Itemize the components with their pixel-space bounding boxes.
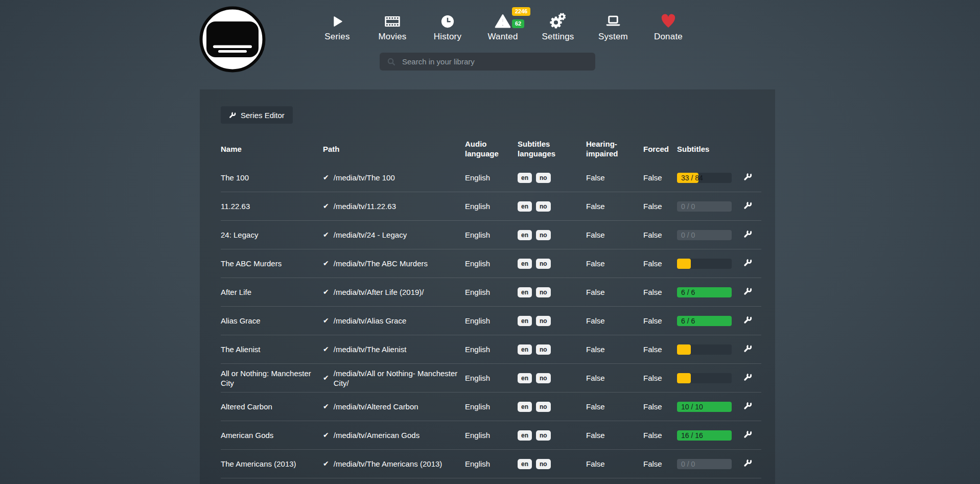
audio-language: English [465, 307, 518, 335]
edit-series-button[interactable] [743, 172, 752, 181]
audio-language: English [465, 450, 518, 478]
wanted-series-badge: 2246 [512, 7, 530, 16]
path-exists-check-icon: ✔ [323, 459, 329, 469]
edit-series-button[interactable] [743, 344, 752, 353]
series-editor-label: Series Editor [241, 111, 285, 120]
language-badge-no: no [536, 173, 551, 183]
language-badge-en: en [518, 173, 532, 183]
table-row: Alias Grace✔/media/tv/Alias GraceEnglish… [221, 307, 761, 335]
path-exists-check-icon: ✔ [323, 344, 329, 354]
path-exists-check-icon: ✔ [323, 259, 329, 268]
language-badge-no: no [536, 230, 551, 240]
col-header-actions [743, 136, 761, 164]
hearing-impaired-value: False [586, 335, 643, 364]
table-row: The ABC Murders✔/media/tv/The ABC Murder… [221, 249, 761, 278]
audio-language: English [465, 221, 518, 249]
series-editor-button[interactable]: Series Editor [221, 106, 293, 124]
language-badge-en: en [518, 430, 532, 441]
actions-cell [743, 364, 761, 393]
library-search-input[interactable] [401, 57, 595, 66]
hearing-impaired-value: False [586, 164, 643, 192]
series-path-cell: ✔/media/tv/Another Life (2019) [323, 478, 465, 484]
subtitles-languages-cell: enno [518, 249, 586, 278]
nav-label: History [434, 32, 461, 42]
col-header-subtitles-languages: Subtitles languages [518, 136, 586, 164]
subtitles-languages-cell: enno [518, 393, 586, 421]
hearing-impaired-value: False [586, 221, 643, 249]
table-row: The Americans (2013)✔/media/tv/The Ameri… [221, 450, 761, 478]
edit-series-button[interactable] [743, 315, 752, 324]
edit-series-button[interactable] [743, 401, 752, 410]
series-editor-panel: Series Editor Name Path Audio language S… [200, 89, 775, 484]
search-icon [387, 57, 396, 66]
progress-label: 6 / 6 [681, 287, 695, 297]
forced-value: False [643, 164, 677, 192]
subtitles-progress-cell: 0 / 0 [677, 221, 743, 249]
subtitles-languages-cell: enno [518, 278, 586, 307]
nav-item-history[interactable]: History [420, 9, 475, 42]
subtitles-languages-cell: enno [518, 335, 586, 364]
subtitles-languages-cell: enno [518, 450, 586, 478]
col-header-name: Name [221, 136, 323, 164]
language-badge-no: no [536, 287, 551, 297]
series-path-cell: ✔/media/tv/24 - Legacy [323, 221, 465, 249]
series-name: 11.22.63 [221, 192, 323, 221]
nav-label: Donate [654, 32, 683, 42]
edit-series-button[interactable] [743, 258, 752, 267]
path-exists-check-icon: ✔ [323, 316, 329, 326]
actions-cell [743, 221, 761, 249]
hearing-impaired-value: False [586, 192, 643, 221]
subtitles-progress-bar: 16 / 16 [677, 430, 732, 441]
hearing-impaired-value: False [586, 450, 643, 478]
nav-item-system[interactable]: System [586, 9, 641, 42]
subtitles-progress-bar: 33 / 84 [677, 173, 732, 183]
table-row: After Life✔/media/tv/After Life (2019)/E… [221, 278, 761, 307]
nav-item-series[interactable]: Series [310, 9, 365, 42]
bazarr-logo-icon [199, 6, 266, 73]
wrench-icon [743, 229, 752, 238]
edit-series-button[interactable] [743, 373, 752, 381]
nav-item-wanted[interactable]: Wanted 2246 62 [475, 9, 530, 42]
series-table: Name Path Audio language Subtitles langu… [221, 136, 761, 484]
series-path-cell: ✔/media/tv/11.22.63 [323, 192, 465, 221]
language-badge-no: no [536, 316, 551, 326]
series-path: /media/tv/The Americans (2013) [334, 459, 442, 469]
series-path-cell: ✔/media/tv/The ABC Murders [323, 249, 465, 278]
film-icon [384, 9, 401, 30]
subtitles-progress-bar: 10 / 10 [677, 402, 732, 412]
warning-triangle-icon [494, 9, 511, 30]
progress-fill [677, 373, 691, 383]
language-badge-en: en [518, 344, 532, 355]
series-path-cell: ✔/media/tv/The Alienist [323, 335, 465, 364]
audio-language: English [465, 421, 518, 450]
path-exists-check-icon: ✔ [323, 173, 329, 182]
wrench-icon [743, 258, 752, 267]
edit-series-button[interactable] [743, 458, 752, 467]
top-navigation: Series Movies History Wanted 2246 62 [310, 9, 696, 42]
col-header-path: Path [323, 136, 465, 164]
edit-series-button[interactable] [743, 229, 752, 238]
edit-series-button[interactable] [743, 287, 752, 295]
subtitles-languages-cell: enno [518, 307, 586, 335]
subtitles-progress-bar: 0 / 0 [677, 459, 732, 469]
bazarr-logo[interactable] [199, 6, 266, 73]
nav-item-settings[interactable]: Settings [530, 9, 586, 42]
nav-item-movies[interactable]: Movies [365, 9, 420, 42]
table-header-row: Name Path Audio language Subtitles langu… [221, 136, 761, 164]
series-name: American Gods [221, 421, 323, 450]
subtitles-progress-bar [677, 373, 732, 383]
nav-label: Series [324, 32, 349, 42]
series-name: Alias Grace [221, 307, 323, 335]
edit-series-button[interactable] [743, 430, 752, 439]
nav-item-donate[interactable]: Donate [641, 9, 696, 42]
wrench-icon [229, 111, 236, 119]
language-badge-en: en [518, 287, 532, 297]
forced-value: False [643, 393, 677, 421]
library-search [380, 53, 595, 71]
series-path: /media/tv/The Alienist [334, 344, 407, 354]
series-name: All or Nothing: Manchester City [221, 364, 323, 393]
table-row: The Alienist✔/media/tv/The AlienistEngli… [221, 335, 761, 364]
series-path: /media/tv/American Gods [334, 430, 419, 440]
series-path: /media/tv/All or Nothing- Manchester Cit… [334, 368, 461, 388]
edit-series-button[interactable] [743, 201, 752, 210]
